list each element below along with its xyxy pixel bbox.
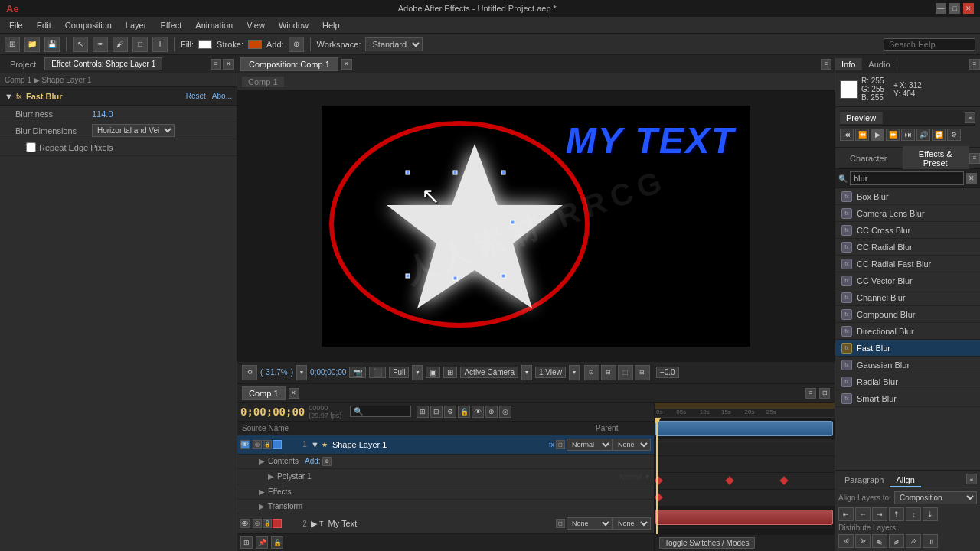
align-to-select[interactable]: Composition bbox=[894, 491, 977, 504]
camera-select[interactable]: ▼ bbox=[521, 365, 532, 380]
pen-tool[interactable]: ✒ bbox=[93, 37, 108, 52]
stroke-color-swatch[interactable] bbox=[248, 40, 262, 49]
zoom-value[interactable]: ( bbox=[260, 368, 263, 377]
menu-item-animation[interactable]: Animation bbox=[189, 19, 239, 31]
tl-bot-3[interactable]: 🔒 bbox=[271, 536, 283, 549]
preview-settings[interactable]: ⚙ bbox=[947, 129, 961, 141]
preview-first-frame[interactable]: ⏮ bbox=[840, 129, 854, 141]
timeline-layer-1[interactable]: 👁 ◎ 🔒 1 ▼ ★ Shape Layer 1 fx ◻ bbox=[237, 435, 654, 455]
resolution-select[interactable]: ▼ bbox=[412, 365, 423, 380]
effects-search-clear-button[interactable]: ✕ bbox=[966, 173, 977, 184]
audio-tab[interactable]: Audio bbox=[862, 58, 897, 70]
comp-tab-close[interactable]: ✕ bbox=[341, 59, 352, 70]
timeline-tab-comp1[interactable]: Comp 1 bbox=[242, 386, 286, 400]
preview-tab[interactable]: Preview bbox=[840, 112, 883, 124]
preview-loop[interactable]: 🔁 bbox=[932, 129, 946, 141]
menu-item-file[interactable]: File bbox=[3, 19, 29, 31]
search-help-input[interactable] bbox=[884, 38, 975, 51]
effect-item-camera-lens-blur[interactable]: fx Camera Lens Blur bbox=[835, 205, 980, 222]
layer1-expand-arrow[interactable]: ▼ bbox=[311, 440, 319, 449]
effect-item-radial-blur[interactable]: fx Radial Blur bbox=[835, 373, 980, 390]
menu-item-composition[interactable]: Composition bbox=[59, 19, 118, 31]
tl-btn-6[interactable]: ⊕ bbox=[485, 406, 498, 418]
menu-item-layer[interactable]: Layer bbox=[119, 19, 153, 31]
align-right-button[interactable]: ⇥ bbox=[872, 507, 887, 521]
menu-item-help[interactable]: Help bbox=[316, 19, 346, 31]
dist-center-h-button[interactable]: ⫸ bbox=[855, 534, 871, 548]
view-btn-4[interactable]: ⊞ bbox=[635, 365, 650, 380]
zoom-display[interactable]: 31.7% bbox=[266, 368, 287, 377]
zoom-select-button[interactable]: ▼ bbox=[296, 365, 307, 380]
tl-btn-2[interactable]: ⊟ bbox=[430, 406, 443, 418]
text-tool[interactable]: T bbox=[152, 37, 168, 52]
view-btn-1[interactable]: ⊡ bbox=[584, 365, 599, 380]
snapshot-button[interactable]: 📷 bbox=[349, 367, 366, 378]
layer1-mode-select[interactable]: Normal bbox=[567, 439, 612, 451]
menu-item-effect[interactable]: Effect bbox=[154, 19, 188, 31]
comp-settings-button[interactable]: ⚙ bbox=[242, 365, 257, 380]
tl-btn-3[interactable]: ⚙ bbox=[444, 406, 456, 418]
project-tab[interactable]: Project bbox=[3, 57, 43, 71]
blur-dimensions-select[interactable]: Horizontal and Vei bbox=[92, 124, 175, 137]
layer2-expand-arrow[interactable]: ▶ bbox=[311, 519, 317, 529]
effect-item-cc-cross-blur[interactable]: fx CC Cross Blur bbox=[835, 222, 980, 239]
tl-btn-7[interactable]: ◎ bbox=[499, 406, 511, 418]
keyframe-2[interactable] bbox=[725, 476, 733, 484]
preview-play[interactable]: ▶ bbox=[871, 129, 884, 141]
info-panel-menu[interactable]: ≡ bbox=[969, 59, 980, 70]
keyframe-3[interactable] bbox=[779, 476, 788, 484]
dist-bottom-button[interactable]: ⫼ bbox=[923, 534, 938, 548]
contents-add-button[interactable]: ⊕ bbox=[322, 457, 332, 466]
polystar-arrow[interactable]: ▶ bbox=[268, 472, 277, 481]
view-btn-2[interactable]: ⊟ bbox=[601, 365, 616, 380]
dist-left-button[interactable]: ⫷ bbox=[838, 534, 854, 548]
menu-item-edit[interactable]: Edit bbox=[31, 19, 57, 31]
save-button[interactable]: 💾 bbox=[44, 37, 60, 52]
timeline-panel-menu[interactable]: ≡ bbox=[805, 388, 816, 399]
effect-item-smart-blur[interactable]: fx Smart Blur bbox=[835, 390, 980, 407]
view-layout-label[interactable]: 1 View bbox=[535, 367, 566, 378]
tl-btn-5[interactable]: 👁 bbox=[472, 406, 484, 418]
minimize-button[interactable]: — bbox=[936, 3, 946, 14]
maximize-button[interactable]: □ bbox=[949, 3, 960, 14]
repeat-edge-checkbox[interactable] bbox=[26, 142, 36, 152]
char-fx-menu[interactable]: ≡ bbox=[969, 153, 980, 164]
expand-arrow[interactable]: ▼ bbox=[5, 92, 13, 101]
effect-item-compound-blur[interactable]: fx Compound Blur bbox=[835, 306, 980, 323]
shape-tool[interactable]: □ bbox=[132, 37, 148, 52]
preview-panel-menu[interactable]: ≡ bbox=[965, 112, 975, 123]
time-display[interactable]: 0;00;00;00 bbox=[310, 368, 346, 377]
layer2-name[interactable]: My Text bbox=[325, 519, 557, 528]
tl-bot-2[interactable]: 📌 bbox=[256, 536, 268, 549]
effect-item-cc-vector-blur[interactable]: fx CC Vector Blur bbox=[835, 272, 980, 289]
layer2-mode-select[interactable]: None bbox=[567, 517, 612, 530]
layer2-lock[interactable]: 🔒 bbox=[263, 519, 272, 528]
comp-breadcrumb[interactable]: Comp 1 bbox=[242, 77, 284, 87]
preview-last-frame[interactable]: ⏭ bbox=[901, 129, 915, 141]
menu-item-view[interactable]: View bbox=[240, 19, 271, 31]
track-bar-layer-2[interactable] bbox=[655, 510, 833, 525]
align-top-button[interactable]: ⇡ bbox=[889, 507, 904, 521]
fill-color-swatch[interactable] bbox=[198, 40, 212, 49]
comp-panel-menu[interactable]: ≡ bbox=[821, 59, 831, 70]
effect-item-fast-blur[interactable]: fx Fast Blur bbox=[835, 340, 980, 357]
close-button[interactable]: ✕ bbox=[963, 3, 974, 14]
workspace-select[interactable]: Standard bbox=[365, 37, 423, 51]
layer1-motion[interactable]: ◻ bbox=[556, 440, 565, 449]
timeline-ruler[interactable]: 0s 05s 10s 15s 20s 25s bbox=[655, 403, 835, 418]
preview-audio[interactable]: 🔊 bbox=[916, 129, 930, 141]
effect-item-gaussian-blur[interactable]: fx Gaussian Blur bbox=[835, 357, 980, 373]
layer2-parent-select[interactable]: None bbox=[612, 517, 651, 530]
effect-item-directional-blur[interactable]: fx Directional Blur bbox=[835, 323, 980, 340]
view-select[interactable]: ▼ bbox=[569, 365, 580, 380]
effects-arrow[interactable]: ▶ bbox=[259, 487, 268, 496]
timeline-playhead[interactable] bbox=[656, 418, 658, 534]
transform-arrow[interactable]: ▶ bbox=[259, 502, 268, 510]
dist-center-v-button[interactable]: ⫻ bbox=[906, 534, 921, 548]
timeline-expand-button[interactable]: ⊞ bbox=[819, 388, 830, 399]
panel-menu-button[interactable]: ≡ bbox=[211, 59, 221, 70]
view-btn-3[interactable]: ⬚ bbox=[618, 365, 633, 380]
menu-item-window[interactable]: Window bbox=[273, 19, 315, 31]
dist-right-button[interactable]: ⫹ bbox=[872, 534, 887, 548]
layer1-visibility[interactable]: 👁 bbox=[240, 440, 250, 449]
